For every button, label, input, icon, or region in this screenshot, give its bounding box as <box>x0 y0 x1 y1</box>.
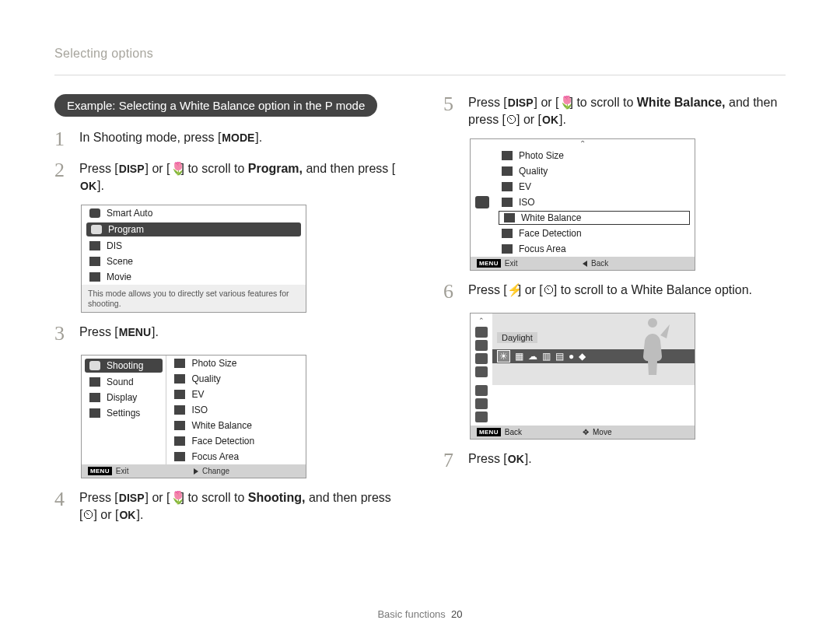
dis-icon <box>89 241 100 250</box>
wb-daylight-icon: ☀ <box>497 350 510 363</box>
step-5: 5 Press [DISP] or [🌷] to scroll to White… <box>443 94 786 128</box>
smartauto-icon <box>89 208 100 218</box>
example-pill: Example: Selecting a White Balance optio… <box>54 94 377 117</box>
list-item: Scene <box>82 254 306 269</box>
lcd-shooting-submenu: ⌃ Photo Size Quality EV ISO White Balanc… <box>470 138 695 271</box>
step-text: In Shooting mode, press [MODE]. <box>79 129 397 149</box>
display-icon <box>89 393 100 402</box>
timer-icon: ⏲ <box>82 506 93 524</box>
macro-icon: 🌷 <box>559 94 570 111</box>
menu-item: Focus Area <box>494 241 695 257</box>
key-disp: DISP <box>118 162 145 177</box>
mode-description: This mode allows you to directly set var… <box>82 285 306 312</box>
facedetect-icon <box>502 229 513 238</box>
wb-label: Daylight <box>497 332 537 343</box>
quality-icon <box>174 374 185 384</box>
camera-icon <box>475 196 489 208</box>
lcd-footer: MENUExit Change <box>82 464 306 478</box>
lcd-footer: MENUBack ✥Move <box>471 426 695 439</box>
step-number: 3 <box>54 324 70 344</box>
ev-icon <box>174 390 185 399</box>
divider <box>54 75 786 75</box>
timer-icon: ⏲ <box>506 111 516 128</box>
lcd-footer: MENUExit Back <box>471 257 695 270</box>
iso-icon <box>502 198 513 207</box>
menu-badge: MENU <box>88 467 112 475</box>
step-number: 7 <box>443 450 459 471</box>
step-number: 1 <box>54 129 70 149</box>
menu-item: ISO <box>494 194 695 210</box>
lcd-main-menu: Shooting Sound Display Settings Photo Si… <box>81 355 306 478</box>
step-number: 4 <box>54 489 70 523</box>
program-icon <box>91 225 102 234</box>
step-7: 7 Press [OK]. <box>443 450 786 471</box>
side-icons: ⌃ <box>471 313 492 385</box>
step-number: 5 <box>443 94 459 128</box>
lcd-mode-list: Smart Auto Program DIS Scene Movie This … <box>81 205 306 313</box>
wb-cloudy-icon: ☁ <box>528 351 537 362</box>
page-footer: Basic functions 20 <box>0 608 840 620</box>
triangle-right-icon <box>194 468 198 475</box>
step-6: 6 Press [⚡] or [⏲] to scroll to a White … <box>443 282 786 302</box>
iso-icon <box>174 405 185 415</box>
menu-item: Quality <box>494 163 695 179</box>
settings-icon <box>89 408 100 418</box>
focusarea-icon <box>475 412 488 422</box>
step-number: 6 <box>443 282 459 302</box>
key-disp: DISP <box>507 96 534 110</box>
step-2: 2 Press [DISP] or [🌷] to scroll to Progr… <box>54 160 397 194</box>
macro-icon: 🌷 <box>170 489 181 506</box>
menu-item: Quality <box>166 371 306 387</box>
menu-item: EV <box>494 179 695 194</box>
menu-item: Photo Size <box>494 148 695 163</box>
sound-icon <box>89 377 100 387</box>
facedetect-icon <box>174 436 185 446</box>
step-4: 4 Press [DISP] or [🌷] to scroll to Shoot… <box>54 489 397 523</box>
lcd-wb-preview: ⌃ Daylight ☀ ▦ ☁ ▥ ▤ <box>470 313 695 440</box>
breadcrumb: Selecting options <box>54 47 786 61</box>
step-text: Press [MENU]. <box>79 324 397 344</box>
iso-icon <box>475 366 488 377</box>
menu-item: Focus Area <box>166 449 306 464</box>
photosize-icon <box>502 151 513 160</box>
list-item-selected: Program <box>86 222 301 236</box>
photosize-icon <box>475 327 488 338</box>
camera-icon <box>89 361 100 370</box>
menu-tab-selected: Shooting <box>85 359 163 373</box>
list-item: DIS <box>82 238 306 254</box>
movie-icon <box>89 272 100 282</box>
key-ok: OK <box>507 452 525 467</box>
wb-tungsten-icon: ● <box>569 351 574 362</box>
wb-custom-icon: ◆ <box>579 351 586 362</box>
preview-pane: Daylight ☀ ▦ ☁ ▥ ▤ ● ◆ <box>492 313 695 385</box>
menu-tab: Sound <box>82 374 166 390</box>
key-ok: OK <box>541 113 559 128</box>
menu-tab: Settings <box>82 405 166 421</box>
quality-icon <box>502 166 513 176</box>
step-3: 3 Press [MENU]. <box>54 324 397 344</box>
triangle-left-icon <box>583 261 587 267</box>
ev-icon <box>502 182 513 191</box>
focusarea-icon <box>502 244 513 254</box>
wb-icon <box>174 421 185 430</box>
menu-item: Photo Size <box>166 356 306 371</box>
key-disp: DISP <box>118 491 145 506</box>
focusarea-icon <box>174 452 185 461</box>
move-icon: ✥ <box>583 428 589 436</box>
scroll-up-icon: ⌃ <box>471 139 695 148</box>
left-column: Example: Selecting a White Balance optio… <box>54 94 397 534</box>
wb-fluor-l-icon: ▤ <box>555 351 564 362</box>
menu-badge: MENU <box>477 259 501 268</box>
list-item: Smart Auto <box>82 205 306 221</box>
menu-item-boxed: White Balance <box>499 211 690 225</box>
key-mode: MODE <box>221 131 255 145</box>
macro-icon: 🌷 <box>170 160 181 177</box>
key-menu: MENU <box>118 325 152 340</box>
step-1: 1 In Shooting mode, press [MODE]. <box>54 129 397 149</box>
wb-icon <box>504 213 515 222</box>
menu-item: EV <box>166 387 306 402</box>
wb-fluor-h-icon: ▥ <box>542 351 551 362</box>
step-text: Press [⚡] or [⏲] to scroll to a White Ba… <box>468 282 786 302</box>
menu-tab: Display <box>82 390 166 405</box>
wb-icon <box>475 385 488 396</box>
